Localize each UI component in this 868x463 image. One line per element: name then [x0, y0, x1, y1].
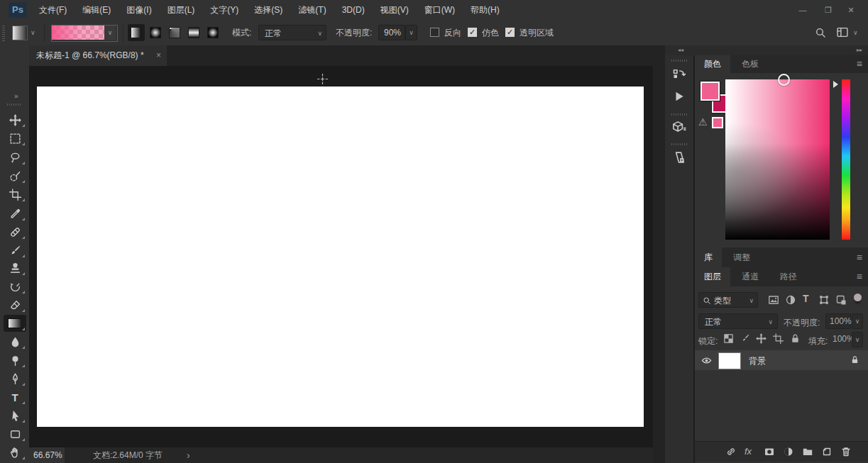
link-layers-button[interactable]	[725, 446, 737, 457]
search-button[interactable]	[815, 27, 826, 38]
eraser-tool[interactable]	[4, 296, 26, 313]
strip-grip-handle-3[interactable]	[671, 143, 687, 145]
menu-view[interactable]: 视图(V)	[373, 0, 417, 20]
tool-preset-thumbnail[interactable]	[12, 26, 28, 40]
quick-selection-tool[interactable]	[4, 167, 26, 184]
transparency-checkbox[interactable]: ✓	[505, 28, 515, 37]
minimize-button[interactable]: —	[792, 0, 813, 20]
gradient-tool[interactable]	[4, 315, 26, 332]
options-grip-handle[interactable]	[2, 24, 5, 41]
layer-opacity-input[interactable]: 100%	[825, 313, 851, 329]
layer-thumbnail[interactable]	[718, 352, 741, 369]
tab-paths[interactable]: 路径	[771, 267, 806, 286]
layer-filter-type-select[interactable]: 类型 ∨	[698, 292, 758, 308]
layer-blend-mode-select[interactable]: 正常 ∨	[698, 313, 778, 329]
clone-stamp-tool[interactable]	[4, 260, 26, 277]
brush-tool[interactable]	[4, 242, 26, 259]
properties-panel-button[interactable]	[668, 147, 691, 167]
menu-edit[interactable]: 编辑(E)	[75, 0, 119, 20]
gamut-closest-color-swatch[interactable]	[712, 117, 723, 128]
new-adjustment-layer-button[interactable]	[783, 446, 794, 457]
close-button[interactable]: ✕	[840, 0, 862, 20]
filter-pixel-layers-button[interactable]	[768, 294, 779, 306]
menu-help[interactable]: 帮助(H)	[463, 0, 507, 20]
layers-panel-menu-icon[interactable]: ≡	[857, 267, 862, 286]
gradient-editor-control[interactable]: ∨	[51, 25, 118, 42]
opacity-input[interactable]: 90%	[378, 25, 405, 40]
layer-name[interactable]: 背景	[749, 355, 766, 367]
rectangular-marquee-tool[interactable]	[4, 130, 26, 147]
blur-tool[interactable]	[4, 333, 26, 350]
blend-mode-select[interactable]: 正常 ∨	[258, 25, 326, 40]
toolbar-grip-handle[interactable]	[7, 104, 22, 106]
filter-shape-layers-button[interactable]	[818, 294, 830, 306]
actions-panel-button[interactable]	[668, 87, 691, 106]
tab-channels[interactable]: 通道	[732, 267, 768, 286]
hue-slider-marker[interactable]	[833, 81, 838, 88]
document-tab[interactable]: 未标题-1 @ 66.7%(RGB/8) * ×	[29, 45, 167, 66]
spot-healing-brush-tool[interactable]	[4, 223, 26, 240]
status-chevron-icon[interactable]: ›	[187, 447, 190, 463]
zoom-level-field[interactable]: 66.67%	[29, 447, 65, 463]
angle-gradient-button[interactable]	[166, 24, 183, 41]
menu-select[interactable]: 选择(S)	[246, 0, 290, 20]
menu-file[interactable]: 文件(F)	[31, 0, 75, 20]
new-layer-button[interactable]	[821, 446, 833, 457]
menu-3d[interactable]: 3D(D)	[334, 0, 373, 20]
diamond-gradient-button[interactable]	[204, 24, 221, 41]
tab-color[interactable]: 颜色	[695, 55, 730, 73]
foreground-color-swatch[interactable]	[701, 82, 720, 101]
collapse-dock-right-icon[interactable]: ▸▸	[857, 45, 862, 55]
gradient-preview[interactable]	[52, 26, 104, 40]
tab-close-icon[interactable]: ×	[156, 45, 161, 66]
layer-row-background[interactable]: 背景	[695, 350, 868, 370]
menu-type[interactable]: 文字(Y)	[202, 0, 246, 20]
document-canvas[interactable]	[37, 87, 644, 427]
layer-filtering-toggle[interactable]	[854, 294, 862, 301]
linear-gradient-button[interactable]	[128, 24, 145, 41]
layer-fill-input[interactable]: 100%	[833, 332, 851, 347]
collapse-dock-left-icon[interactable]: ◂◂	[678, 45, 683, 55]
layer-fill-dropdown[interactable]: ∨	[852, 332, 863, 347]
reflected-gradient-button[interactable]	[185, 24, 202, 41]
color-panel-menu-icon[interactable]: ≡	[857, 55, 862, 73]
tab-swatches[interactable]: 色板	[732, 55, 768, 73]
menu-filter[interactable]: 滤镜(T)	[290, 0, 334, 20]
toolbar-expand-button[interactable]: »	[14, 92, 18, 100]
layer-opacity-dropdown[interactable]: ∨	[852, 313, 863, 329]
radial-gradient-button[interactable]	[147, 24, 164, 41]
hue-slider[interactable]	[842, 79, 850, 240]
strip-grip-handle[interactable]	[671, 60, 687, 62]
lock-artboard-button[interactable]	[773, 333, 784, 344]
filter-smart-objects-button[interactable]	[835, 294, 847, 306]
reverse-checkbox[interactable]	[430, 28, 439, 37]
filter-type-layers-button[interactable]: T	[803, 293, 809, 304]
path-selection-tool[interactable]	[4, 407, 26, 424]
strip-grip-handle-2[interactable]	[671, 113, 687, 116]
dodge-tool[interactable]	[4, 352, 26, 369]
menu-image[interactable]: 图像(I)	[119, 0, 159, 20]
filter-adjustment-layers-button[interactable]	[785, 294, 796, 306]
layer-style-button[interactable]: fx	[745, 446, 752, 457]
crop-tool[interactable]	[4, 186, 26, 203]
dither-checkbox[interactable]: ✓	[468, 28, 477, 37]
lock-position-button[interactable]	[756, 333, 767, 344]
lock-pixels-button[interactable]	[740, 333, 751, 344]
color-field-marker[interactable]	[778, 74, 790, 86]
3d-panel-button[interactable]	[668, 118, 691, 138]
new-group-button[interactable]	[802, 446, 813, 457]
tab-library[interactable]: 库	[695, 247, 722, 267]
gradient-picker-button[interactable]: ∨	[104, 26, 116, 40]
color-saturation-field[interactable]	[725, 79, 830, 240]
tab-adjust[interactable]: 调整	[724, 247, 759, 267]
menu-layer[interactable]: 图层(L)	[160, 0, 203, 20]
layer-visibility-toggle[interactable]	[701, 355, 713, 366]
rectangle-tool[interactable]	[4, 425, 26, 442]
add-layer-mask-button[interactable]	[764, 446, 775, 457]
delete-layer-button[interactable]	[840, 446, 852, 457]
lock-transparency-button[interactable]	[723, 333, 734, 344]
workspace-chevron-icon[interactable]: ∨	[853, 29, 858, 36]
pen-tool[interactable]	[4, 370, 26, 387]
library-panel-menu-icon[interactable]: ≡	[857, 247, 862, 267]
lock-all-button[interactable]	[790, 333, 801, 344]
